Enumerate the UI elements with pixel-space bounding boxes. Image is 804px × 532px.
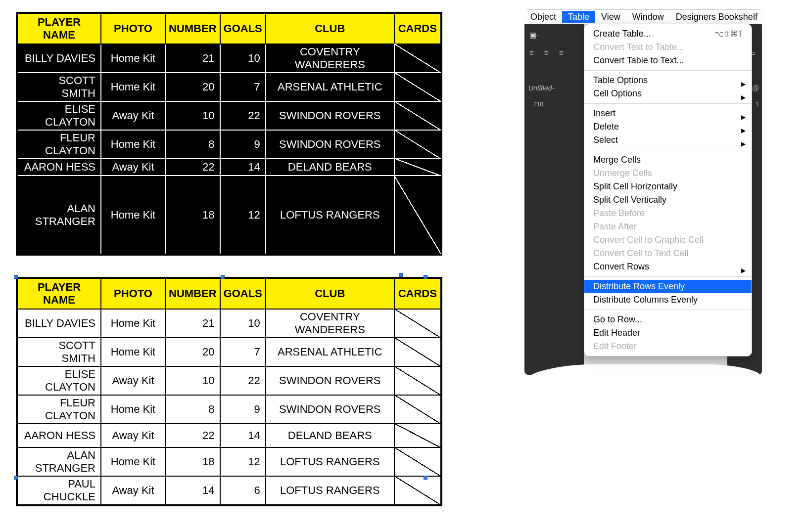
cell-number[interactable]: 8 (165, 130, 220, 159)
cell-club[interactable]: COVENTRY WANDERERS (266, 309, 394, 338)
cell-cards[interactable] (394, 366, 441, 395)
menu-delete[interactable]: Delete (584, 120, 752, 133)
table-row[interactable]: ELISE CLAYTONAway Kit1022SWINDON ROVERS (17, 366, 441, 395)
table-row[interactable]: SCOTT SMITHHome Kit207ARSENAL ATHLETIC (17, 73, 441, 101)
col-header-cards[interactable]: CARDS (394, 13, 441, 44)
cell-goals[interactable]: 12 (220, 176, 266, 255)
table-row[interactable]: AARON HESSAway Kit2214DELAND BEARS (17, 159, 441, 176)
cell-photo[interactable]: Home Kit (101, 395, 165, 424)
col-header-name[interactable]: PLAYER NAME (17, 278, 101, 309)
cell-number[interactable]: 18 (165, 447, 220, 476)
cell-cards[interactable] (394, 176, 441, 255)
cell-goals[interactable]: 14 (220, 159, 266, 176)
col-header-number[interactable]: NUMBER (165, 278, 220, 309)
cell-photo[interactable]: Away Kit (101, 159, 165, 176)
cell-photo[interactable]: Home Kit (101, 447, 165, 476)
cell-name[interactable]: SCOTT SMITH (17, 338, 101, 366)
cell-goals[interactable]: 22 (220, 366, 266, 395)
cell-photo[interactable]: Away Kit (101, 476, 165, 505)
col-header-goals[interactable]: GOALS (220, 278, 266, 309)
menubar-designers[interactable]: Designers Bookshelf (670, 11, 762, 23)
menu-distribute-rows-evenly[interactable]: Distribute Rows Evenly (584, 280, 752, 293)
cell-name[interactable]: AARON HESS (17, 159, 101, 176)
align-right-icon[interactable]: ≡ (559, 48, 564, 57)
cell-number[interactable]: 22 (165, 424, 220, 447)
table-row[interactable]: SCOTT SMITHHome Kit207ARSENAL ATHLETIC (17, 338, 441, 366)
menu-edit-header[interactable]: Edit Header (584, 326, 752, 340)
menu-split-vertical[interactable]: Split Cell Vertically (584, 193, 752, 207)
table-row[interactable]: ALAN STRANGERHome Kit1812LOFTUS RANGERS (17, 176, 441, 255)
cell-club[interactable]: LOFTUS RANGERS (266, 176, 394, 255)
cell-number[interactable]: 10 (165, 101, 220, 130)
selection-handle[interactable] (399, 273, 403, 277)
table-row[interactable]: PAUL CHUCKLEAway Kit146LOFTUS RANGERS (17, 476, 441, 505)
menu-select[interactable]: Select (584, 133, 752, 147)
selection-handle[interactable] (424, 476, 427, 480)
cell-club[interactable]: ARSENAL ATHLETIC (266, 338, 394, 366)
menu-cell-options[interactable]: Cell Options (584, 87, 752, 100)
col-header-club[interactable]: CLUB (266, 13, 394, 44)
cell-name[interactable]: PAUL CHUCKLE (17, 476, 101, 505)
cell-goals[interactable]: 6 (220, 476, 266, 505)
menu-split-horizontal[interactable]: Split Cell Horizontally (584, 180, 752, 193)
cell-name[interactable]: ELISE CLAYTON (17, 101, 101, 130)
cell-cards[interactable] (394, 447, 441, 476)
table-row[interactable]: ELISE CLAYTONAway Kit1022SWINDON ROVERS (17, 101, 441, 130)
cell-cards[interactable] (394, 101, 441, 130)
cell-cards[interactable] (394, 159, 441, 176)
cell-number[interactable]: 22 (165, 159, 220, 176)
players-table-before[interactable]: PLAYER NAME PHOTO NUMBER GOALS CLUB CARD… (16, 12, 442, 256)
cell-number[interactable]: 20 (165, 338, 220, 366)
cell-number[interactable]: 8 (165, 395, 220, 424)
table-row[interactable]: BILLY DAVIESHome Kit2110COVENTRY WANDERE… (17, 44, 441, 73)
col-header-name[interactable]: PLAYER NAME (17, 13, 101, 44)
menubar-table[interactable]: Table (562, 11, 595, 23)
menubar-window[interactable]: Window (626, 11, 670, 23)
cell-photo[interactable]: Away Kit (101, 101, 165, 130)
cell-club[interactable]: DELAND BEARS (266, 424, 394, 447)
menu-convert-rows[interactable]: Convert Rows (584, 260, 752, 273)
cell-club[interactable]: SWINDON ROVERS (266, 101, 394, 130)
cell-number[interactable]: 18 (165, 176, 220, 255)
col-header-cards[interactable]: CARDS (394, 278, 441, 309)
cell-cards[interactable] (394, 73, 441, 101)
cell-cards[interactable] (394, 130, 441, 159)
menu-merge-cells[interactable]: Merge Cells (584, 153, 752, 167)
cell-name[interactable]: ALAN STRANGER (17, 176, 101, 255)
cell-name[interactable]: FLEUR CLAYTON (17, 130, 101, 159)
cell-goals[interactable]: 14 (220, 424, 266, 447)
cell-cards[interactable] (394, 44, 441, 73)
cell-club[interactable]: SWINDON ROVERS (266, 395, 394, 424)
cell-goals[interactable]: 7 (220, 338, 266, 366)
cell-number[interactable]: 10 (165, 366, 220, 395)
selection-handle[interactable] (424, 275, 427, 279)
cell-goals[interactable]: 10 (220, 309, 266, 338)
cell-club[interactable]: ARSENAL ATHLETIC (266, 73, 394, 101)
cell-number[interactable]: 14 (165, 476, 220, 505)
cell-goals[interactable]: 7 (220, 73, 266, 101)
cell-goals[interactable]: 10 (220, 44, 266, 73)
cell-club[interactable]: COVENTRY WANDERERS (266, 44, 394, 73)
align-center-icon[interactable]: ≡ (544, 48, 549, 57)
table-row[interactable]: ALAN STRANGERHome Kit1812LOFTUS RANGERS (17, 447, 441, 476)
table-row[interactable]: BILLY DAVIESHome Kit2110COVENTRY WANDERE… (17, 309, 441, 338)
cell-club[interactable]: SWINDON ROVERS (266, 366, 394, 395)
cell-photo[interactable]: Home Kit (101, 176, 165, 255)
document-tab-left[interactable]: Untitled- (524, 84, 554, 92)
cell-goals[interactable]: 9 (220, 395, 266, 424)
table-row[interactable]: AARON HESSAway Kit2214DELAND BEARS (17, 424, 441, 447)
cell-cards[interactable] (394, 309, 441, 338)
cell-photo[interactable]: Home Kit (101, 73, 165, 101)
col-header-photo[interactable]: PHOTO (101, 13, 165, 44)
players-table-after[interactable]: PLAYER NAME PHOTO NUMBER GOALS CLUB CARD… (16, 277, 442, 506)
cell-cards[interactable] (394, 424, 441, 447)
cell-club[interactable]: LOFTUS RANGERS (266, 476, 394, 505)
cell-photo[interactable]: Away Kit (101, 366, 165, 395)
cell-name[interactable]: BILLY DAVIES (17, 44, 101, 73)
cell-club[interactable]: DELAND BEARS (266, 159, 394, 176)
menu-create-table[interactable]: Create Table... ⌥⇧⌘T (584, 27, 752, 41)
cell-name[interactable]: FLEUR CLAYTON (17, 395, 101, 424)
table-row[interactable]: FLEUR CLAYTONHome Kit89SWINDON ROVERS (17, 130, 441, 159)
cell-photo[interactable]: Away Kit (101, 424, 165, 447)
cell-photo[interactable]: Home Kit (101, 44, 165, 73)
